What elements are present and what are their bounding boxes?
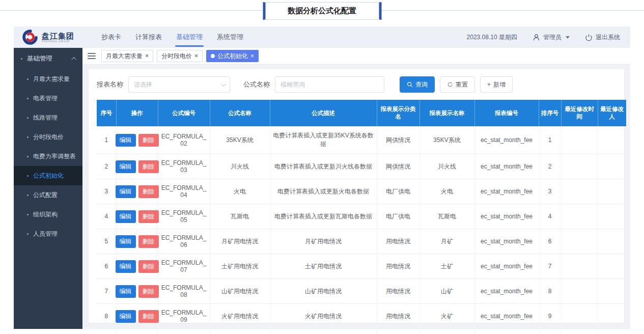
cell-modified-by	[598, 154, 626, 179]
user-menu[interactable]: 管理员	[533, 33, 570, 42]
top-nav-item[interactable]: 抄表卡	[101, 26, 121, 48]
cell-sort-number: 3	[539, 179, 561, 204]
cell-sort-number: 6	[539, 229, 561, 254]
cell-actions: 编辑 删除	[116, 304, 158, 329]
cell-formula-desc: 火矿用电情况	[270, 304, 377, 329]
cell-report-code: ec_stat_month_fee	[474, 179, 539, 204]
search-button[interactable]: 查询	[400, 76, 435, 93]
cell-actions: 编辑 删除	[116, 329, 158, 334]
company-logo: 盘江集团 FANJIANG GROUP	[22, 29, 88, 45]
reset-button-label: 重置	[456, 80, 468, 89]
view-tab[interactable]: 分时段电价 ×	[157, 50, 203, 62]
search-icon	[407, 81, 413, 88]
report-name-select[interactable]: 请选择	[128, 76, 230, 93]
sidebar-group-label: 基础管理	[27, 54, 52, 63]
plus-icon: +	[487, 81, 491, 88]
chevron-down-icon	[221, 81, 226, 87]
cell-formula-desc: 电费计算表插入或更新火电各数据	[270, 179, 377, 204]
table-row: 5 编辑 删除 EC_FORMULA_06 月矿用电情况	[97, 229, 626, 254]
filter-bar: 报表名称 请选择 公式名称	[97, 76, 616, 93]
sidebar: 基础管理 月最大需求量 电表管理 线路管理	[14, 48, 82, 329]
cell-modified-time	[561, 229, 598, 254]
edit-button[interactable]: 编辑	[116, 134, 136, 147]
cell-modified-by	[598, 279, 626, 304]
table-row: 4 编辑 删除 EC_FORMULA_05 瓦斯电	[97, 204, 626, 229]
delete-button[interactable]: 删除	[138, 285, 159, 298]
close-icon[interactable]: ×	[194, 53, 198, 59]
cell-report-category: 用电情况	[377, 279, 419, 304]
sidebar-item[interactable]: 公式配置	[14, 185, 82, 205]
cell-formula-code: EC_FORMULA_05	[158, 204, 210, 229]
brand-name-en: FANJIANG GROUP	[42, 40, 71, 42]
tab-list-icon[interactable]	[88, 53, 96, 59]
cell-report-category: 电厂供电	[377, 179, 419, 204]
delete-button[interactable]: 删除	[138, 134, 159, 147]
sidebar-item[interactable]: 电费力率调整表	[14, 147, 82, 166]
top-nav-item[interactable]: 系统管理	[217, 26, 243, 48]
logout-button[interactable]: 退出系统	[585, 33, 620, 42]
cell-formula-name: 川火线	[210, 154, 270, 179]
cell-sort-number: 9	[539, 304, 561, 329]
edit-button[interactable]: 编辑	[116, 185, 136, 198]
figure-title-area: 数据分析公式化配置	[0, 0, 644, 26]
bullet-icon	[27, 98, 29, 99]
cell-sort-number: 4	[539, 204, 561, 229]
reset-button[interactable]: 重置	[440, 76, 475, 93]
cell-report-display-name: 山矿	[419, 279, 474, 304]
cell-index: 1	[97, 126, 116, 154]
cell-sort-number: 8	[539, 279, 561, 304]
cell-formula-name: 火电	[210, 179, 270, 204]
edit-button[interactable]: 编辑	[116, 310, 136, 323]
sidebar-item[interactable]: 组织架构	[14, 205, 82, 224]
cell-report-category: 网供情况	[377, 154, 419, 179]
delete-button[interactable]: 删除	[138, 160, 159, 173]
delete-button[interactable]: 删除	[138, 260, 159, 273]
cell-index: 5	[97, 229, 116, 254]
tab-label: 分时段电价	[161, 52, 192, 61]
sidebar-item[interactable]: 线路管理	[14, 108, 82, 127]
view-tab[interactable]: 公式初始化 ×	[206, 50, 259, 62]
cell-formula-name: 金佳矿用电情况	[210, 329, 270, 334]
sidebar-item[interactable]: 公式初始化	[14, 166, 82, 185]
top-nav-item[interactable]: 基础管理	[176, 26, 203, 48]
edit-button[interactable]: 编辑	[116, 210, 136, 223]
formula-name-input[interactable]	[275, 76, 384, 93]
close-icon[interactable]: ×	[145, 53, 149, 59]
cell-report-display-name: 火电	[419, 179, 474, 204]
cell-report-code: ec_stat_month_fee	[474, 229, 539, 254]
sidebar-item[interactable]: 月最大需求量	[14, 69, 82, 89]
user-icon	[533, 34, 540, 41]
user-bar: 2023.08.10 星期四 管理员 退出系统	[467, 33, 620, 42]
sidebar-item[interactable]: 电表管理	[14, 89, 82, 108]
cell-report-category: 用电情况	[377, 329, 419, 334]
cell-sort-number: 2	[539, 154, 561, 179]
cell-report-code: ec_stat_month_fee	[474, 329, 539, 334]
cell-formula-desc: 电费计算表插入或更新瓦斯电各数据	[270, 204, 377, 229]
edit-button[interactable]: 编辑	[116, 160, 136, 173]
close-icon[interactable]: ×	[250, 53, 254, 59]
table-row: 2 编辑 删除 EC_FORMULA_03 川火线	[97, 154, 626, 179]
cell-formula-desc: 土矿用电情况	[270, 254, 377, 279]
table-body: 1 编辑 删除 EC_FORMULA_02 35KV系统	[97, 126, 626, 334]
delete-button[interactable]: 删除	[138, 210, 159, 223]
delete-button[interactable]: 删除	[138, 235, 159, 248]
cell-index: 8	[97, 304, 116, 329]
delete-button[interactable]: 删除	[138, 185, 159, 198]
cell-report-code: ec_stat_month_fee	[474, 126, 539, 154]
table-header-cell: 公式编号	[158, 100, 210, 126]
cell-modified-time	[561, 179, 598, 204]
top-nav-item[interactable]: 计算报表	[135, 26, 162, 48]
cell-formula-name: 瓦斯电	[210, 204, 270, 229]
add-button[interactable]: + 新增	[480, 76, 513, 93]
delete-button[interactable]: 删除	[138, 310, 159, 323]
sidebar-item[interactable]: 人员管理	[14, 224, 82, 243]
sidebar-item[interactable]: 分时段电价	[14, 127, 82, 147]
edit-button[interactable]: 编辑	[116, 260, 136, 273]
edit-button[interactable]: 编辑	[116, 285, 136, 298]
cell-formula-desc: 电费计算表插入或更新35KV系统各数据	[270, 126, 377, 154]
view-tab[interactable]: 月最大需求量 ×	[101, 50, 153, 62]
sidebar-item-label: 月最大需求量	[33, 75, 70, 84]
edit-button[interactable]: 编辑	[116, 235, 136, 248]
sidebar-group-basic-management[interactable]: 基础管理	[14, 48, 82, 69]
table-row: 6 编辑 删除 EC_FORMULA_07 土矿用电情况	[97, 254, 626, 279]
